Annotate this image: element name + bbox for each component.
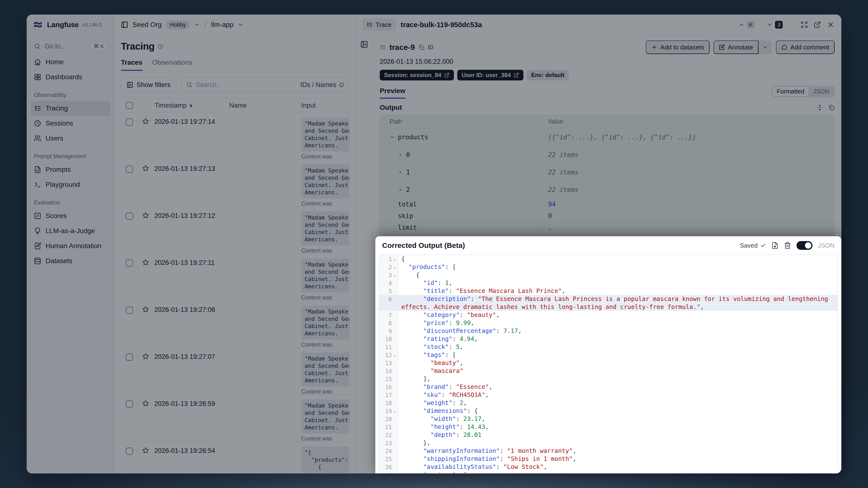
line-number: 3 xyxy=(383,272,392,279)
gutter: 13 xyxy=(379,359,398,367)
code-line: 24 "warrantyInformation": "1 month warra… xyxy=(379,447,838,455)
code-text: "width": 23.17, xyxy=(398,415,838,423)
corrected-output-panel: Corrected Output (Beta) Saved JSON 1 ⌄ {… xyxy=(375,236,841,474)
code-text: "description": "The Essence Mascara Lash… xyxy=(398,295,838,311)
gutter: 20 xyxy=(379,415,398,423)
line-number: 26 xyxy=(383,463,392,471)
code-text: "id": 1, xyxy=(398,279,838,287)
gutter[interactable]: 2 ⌄ xyxy=(379,263,398,271)
code-line: 17 "sku": "RCH45Q1A", xyxy=(379,391,838,399)
save-file-icon[interactable] xyxy=(771,242,779,249)
code-text: "reviews": [ xyxy=(398,471,838,474)
code-line: 1 ⌄ { xyxy=(379,255,838,263)
code-text: "warrantyInformation": "1 month warranty… xyxy=(398,447,838,455)
code-line: 13 "beauty", xyxy=(379,359,838,367)
code-text: "sku": "RCH45Q1A", xyxy=(398,391,838,399)
gutter: 21 xyxy=(379,423,398,431)
code-text: "dimensions": { xyxy=(398,407,838,415)
gutter: 16 xyxy=(379,383,398,391)
code-line: 6 "description": "The Essence Mascara La… xyxy=(379,295,838,311)
line-number: 12 xyxy=(383,352,392,359)
code-line: 21 "height": 14.43, xyxy=(379,423,838,431)
line-number: 9 xyxy=(383,328,392,335)
gutter: 5 xyxy=(379,287,398,295)
gutter[interactable]: 1 ⌄ xyxy=(379,255,398,263)
fold-icon[interactable]: ⌄ xyxy=(392,272,397,279)
line-number: 8 xyxy=(383,319,392,327)
gutter: 14 xyxy=(379,367,398,375)
gutter: 24 xyxy=(379,447,398,455)
line-number: 6 xyxy=(383,296,392,303)
line-number: 7 xyxy=(383,312,392,319)
line-number: 14 xyxy=(383,368,392,375)
code-line: 9 "discountPercentage": 7.17, xyxy=(379,327,838,335)
line-number: 15 xyxy=(383,375,392,383)
json-mode-toggle[interactable] xyxy=(797,241,812,250)
code-text: "weight": 2, xyxy=(398,399,838,407)
code-text: "stock": 5, xyxy=(398,343,838,351)
line-number: 23 xyxy=(383,439,392,447)
fold-icon[interactable]: ⌄ xyxy=(392,264,397,271)
code-line: 18 "weight": 2, xyxy=(379,399,838,407)
code-text: "price": 9.99, xyxy=(398,319,838,327)
code-text: "category": "beauty", xyxy=(398,311,838,319)
fold-icon[interactable]: ⌄ xyxy=(392,407,397,415)
json-code-editor[interactable]: 1 ⌄ { 2 ⌄ "products": [ 3 ⌄ { 4 "id": 1,… xyxy=(379,255,838,474)
code-line: 11 "stock": 5, xyxy=(379,343,838,351)
corrected-output-title: Corrected Output (Beta) xyxy=(382,241,465,250)
code-text: ], xyxy=(398,375,838,383)
line-number: 25 xyxy=(383,456,392,463)
code-line: 19 ⌄ "dimensions": { xyxy=(379,407,838,415)
code-text: "availabilityStatus": "Low Stock", xyxy=(398,463,838,471)
code-line: 16 "brand": "Essence", xyxy=(379,383,838,391)
gutter: 9 xyxy=(379,327,398,335)
gutter[interactable]: 12 ⌄ xyxy=(379,351,398,359)
fold-icon[interactable]: ⌄ xyxy=(392,256,397,263)
code-text: "brand": "Essence", xyxy=(398,383,838,391)
code-line: 7 "category": "beauty", xyxy=(379,311,838,319)
code-line: 26 "availabilityStatus": "Low Stock", xyxy=(379,463,838,471)
gutter: 11 xyxy=(379,343,398,351)
line-number: 1 xyxy=(383,256,392,263)
line-number: 22 xyxy=(383,431,392,439)
line-number: 16 xyxy=(383,384,392,391)
gutter[interactable]: 3 ⌄ xyxy=(379,271,398,279)
json-mode-label: JSON xyxy=(818,242,835,249)
gutter: 15 xyxy=(379,375,398,383)
line-number: 24 xyxy=(383,448,392,455)
gutter: 25 xyxy=(379,455,398,463)
code-text: "height": 14.43, xyxy=(398,423,838,431)
check-icon xyxy=(760,243,766,248)
code-line: 20 "width": 23.17, xyxy=(379,415,838,423)
code-line: 25 "shippingInformation": "Ships in 1 mo… xyxy=(379,455,838,463)
gutter: 10 xyxy=(379,335,398,343)
code-line: 10 "rating": 4.94, xyxy=(379,335,838,343)
code-text: "products": [ xyxy=(398,263,838,271)
code-line: 14 "mascara" xyxy=(379,367,838,375)
gutter: 18 xyxy=(379,399,398,407)
code-text: { xyxy=(398,255,838,263)
line-number: 5 xyxy=(383,287,392,295)
line-number: 13 xyxy=(383,360,392,367)
gutter: 4 xyxy=(379,279,398,287)
code-text: "discountPercentage": 7.17, xyxy=(398,327,838,335)
gutter: 7 xyxy=(379,311,398,319)
line-number: 17 xyxy=(383,392,392,399)
line-number: 21 xyxy=(383,424,392,431)
trash-icon[interactable] xyxy=(784,242,791,249)
line-number: 4 xyxy=(383,280,392,287)
gutter: 6 xyxy=(379,295,398,311)
code-line: 12 ⌄ "tags": [ xyxy=(379,351,838,359)
gutter[interactable]: 19 ⌄ xyxy=(379,407,398,415)
line-number: 18 xyxy=(383,400,392,407)
line-number: 19 xyxy=(383,407,392,415)
code-line: 2 ⌄ "products": [ xyxy=(379,263,838,271)
code-line: 22 "depth": 28.01 xyxy=(379,431,838,439)
fold-icon[interactable]: ⌄ xyxy=(392,352,397,359)
code-line: 23 }, xyxy=(379,439,838,447)
code-text: { xyxy=(398,271,838,279)
code-text: "mascara" xyxy=(398,367,838,375)
gutter[interactable]: 27 ⌄ xyxy=(379,471,398,474)
fold-icon[interactable]: ⌄ xyxy=(392,471,397,474)
gutter: 26 xyxy=(379,463,398,471)
